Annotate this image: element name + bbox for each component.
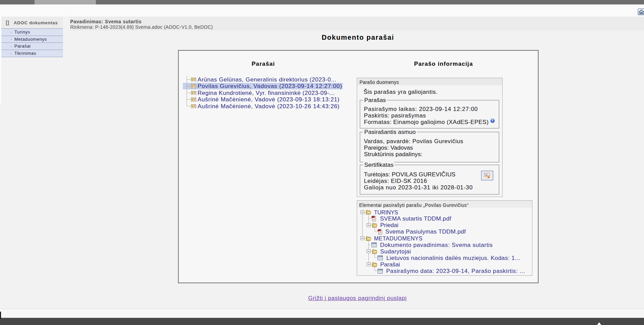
svg-text:?: ? (491, 118, 493, 123)
svg-text:10: 10 (485, 174, 488, 176)
